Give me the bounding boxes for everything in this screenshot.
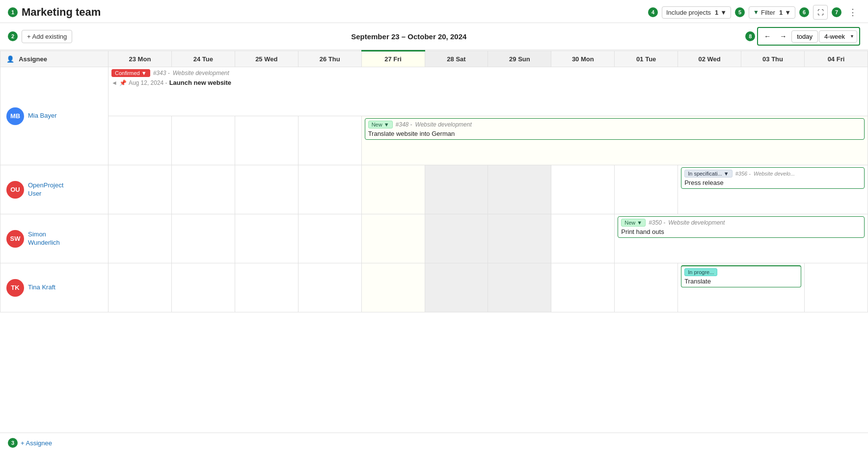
include-projects-count: 1 bbox=[715, 9, 718, 16]
task-project-343: Website development bbox=[173, 70, 229, 77]
col-header-wed25: 25 Wed bbox=[235, 51, 298, 67]
top-right-controls: 4 Include projects 1 ▼ 5 ▼ Filter 1 ▼ 6 … bbox=[648, 5, 860, 20]
assignee-name-sw[interactable]: SimonWunderlich bbox=[28, 230, 60, 247]
status-badge-in-spec[interactable]: In specificati... ▼ bbox=[684, 170, 732, 178]
avatar-mia: MB bbox=[6, 107, 24, 125]
col-header-sat28: 28 Sat bbox=[425, 51, 488, 67]
add-existing-button[interactable]: + Add existing bbox=[22, 30, 72, 43]
task-project-348: Website development bbox=[415, 121, 472, 128]
col-header-fri27: 27 Fri bbox=[361, 51, 425, 67]
assignee-info-tk: TK Tina Kraft bbox=[6, 279, 102, 297]
pin-icon: 📌 bbox=[119, 79, 127, 86]
mia-task-row2: New ▼ #348 - Website development Transla… bbox=[361, 116, 868, 165]
badge-5: 5 bbox=[735, 7, 745, 17]
arrow-left-icon: ◄ bbox=[111, 79, 117, 86]
task-id-356: #356 - bbox=[735, 171, 751, 177]
assignee-cell-tk: TK Tina Kraft bbox=[0, 263, 108, 312]
filter-chevron: ▼ bbox=[785, 9, 791, 16]
cell-ou-sat28 bbox=[425, 165, 488, 214]
cell-ou-tue01 bbox=[615, 165, 678, 214]
task-id-343: #343 - bbox=[153, 70, 170, 77]
more-options-button[interactable]: ⋮ bbox=[845, 5, 860, 20]
filter-label: Filter bbox=[761, 9, 775, 16]
assignee-cell-mia: MB Mia Bayer bbox=[0, 67, 108, 165]
badge-4: 4 bbox=[648, 7, 658, 17]
cell-tk-mon23 bbox=[108, 263, 172, 312]
cell-sw-mon30 bbox=[551, 214, 615, 263]
table-row: TK Tina Kraft bbox=[0, 263, 868, 312]
col-header-thu26: 26 Thu bbox=[298, 51, 361, 67]
expand-button[interactable]: ⛶ bbox=[813, 5, 828, 20]
prev-button[interactable]: ← bbox=[760, 29, 775, 44]
assignee-info-ou: OU OpenProjectUser bbox=[6, 181, 102, 199]
cell-ou-mon30 bbox=[551, 165, 615, 214]
page-title: Marketing team bbox=[22, 6, 101, 19]
today-button[interactable]: today bbox=[791, 30, 818, 43]
badge-3: 3 bbox=[8, 438, 18, 448]
chevron-down-icon-348: ▼ bbox=[384, 122, 389, 128]
cell-tk-thu26 bbox=[298, 263, 361, 312]
cell-sw-fri27 bbox=[361, 214, 425, 263]
week-view-select[interactable]: 4-week 1-week 2-week bbox=[819, 30, 857, 43]
assignee-name-tk[interactable]: Tina Kraft bbox=[28, 283, 55, 292]
ou-task-cell: In specificati... ▼ #356 - Website devel… bbox=[678, 165, 868, 214]
task-name-343[interactable]: Launch new website bbox=[169, 79, 231, 86]
col-header-tue24: 24 Tue bbox=[171, 51, 235, 67]
assignee-cell-sw: SW SimonWunderlich bbox=[0, 214, 108, 263]
title-area: 1 Marketing team bbox=[8, 6, 101, 19]
next-button[interactable]: → bbox=[776, 29, 790, 44]
chevron-down-icon-356: ▼ bbox=[724, 171, 729, 177]
table-row: New ▼ #348 - Website development Transla… bbox=[0, 116, 868, 165]
col-header-sun29: 29 Sun bbox=[488, 51, 551, 67]
cell-sw-sun29 bbox=[488, 214, 551, 263]
cell-tk-sun29 bbox=[488, 263, 551, 312]
cell-sw-mon23 bbox=[108, 214, 172, 263]
col-header-tue01: 01 Tue bbox=[615, 51, 678, 67]
task-date-343: Aug 12, 2024 - bbox=[129, 79, 167, 86]
cell-ou-tue24 bbox=[171, 165, 235, 214]
col-header-mon23: 23 Mon bbox=[108, 51, 172, 67]
status-badge-new-350[interactable]: New ▼ bbox=[621, 219, 646, 227]
cell-sw-tue24 bbox=[171, 214, 235, 263]
status-badge-confirmed[interactable]: Confirmed ▼ bbox=[111, 69, 150, 77]
cell-wed25-mia2 bbox=[235, 116, 298, 165]
mia-task-row1: Confirmed ▼ #343 - Website development ◄… bbox=[108, 67, 868, 116]
cell-tk-fri04 bbox=[804, 263, 868, 312]
include-projects-control[interactable]: Include projects 1 ▼ bbox=[662, 6, 731, 19]
cell-mon23-mia2 bbox=[108, 116, 172, 165]
filter-control[interactable]: ▼ Filter 1 ▼ bbox=[749, 6, 795, 19]
assignee-name-mia[interactable]: Mia Bayer bbox=[28, 112, 57, 120]
cell-ou-wed25 bbox=[235, 165, 298, 214]
task-name-356: Press release bbox=[684, 179, 861, 186]
status-badge-new-348[interactable]: New ▼ bbox=[368, 121, 393, 128]
nav-group: ← → today 4-week 1-week 2-week bbox=[757, 27, 860, 46]
cell-tk-tue24 bbox=[171, 263, 235, 312]
cell-ou-thu26 bbox=[298, 165, 361, 214]
add-assignee-row[interactable]: 3 + Assignee bbox=[0, 433, 868, 453]
task-card-356: In specificati... ▼ #356 - Website devel… bbox=[681, 167, 865, 189]
avatar-tk: TK bbox=[6, 279, 24, 297]
cell-tk-tue01 bbox=[615, 263, 678, 312]
add-assignee-label[interactable]: + Assignee bbox=[21, 439, 52, 447]
col-header-wed02: 02 Wed bbox=[678, 51, 741, 67]
badge-1: 1 bbox=[8, 7, 18, 17]
cell-tk-mon30 bbox=[551, 263, 615, 312]
col-header-mon30: 30 Mon bbox=[551, 51, 615, 67]
tk-task-cell: In progre... Translate bbox=[678, 263, 805, 312]
task-project-356: Website develo... bbox=[754, 171, 795, 177]
chevron-down-icon: ▼ bbox=[141, 70, 147, 76]
badge-6: 6 bbox=[799, 7, 809, 17]
assignee-name-ou[interactable]: OpenProjectUser bbox=[28, 181, 63, 198]
cell-tk-sat28 bbox=[425, 263, 488, 312]
badge-2: 2 bbox=[8, 31, 18, 41]
calendar-header: 👤 Assignee 23 Mon 24 Tue 25 Wed 26 Thu 2… bbox=[0, 51, 868, 67]
sw-task-cell: New ▼ #350 - Website development Print h… bbox=[615, 214, 868, 263]
avatar-sw: SW bbox=[6, 230, 24, 248]
badge-7: 7 bbox=[832, 7, 841, 17]
cell-ou-fri27 bbox=[361, 165, 425, 214]
add-existing-label: + Add existing bbox=[27, 33, 67, 40]
badge-8: 8 bbox=[745, 31, 755, 41]
cell-sw-wed25 bbox=[235, 214, 298, 263]
task-card-348: New ▼ #348 - Website development Transla… bbox=[365, 118, 865, 140]
status-badge-in-progress[interactable]: In progre... bbox=[684, 268, 717, 276]
